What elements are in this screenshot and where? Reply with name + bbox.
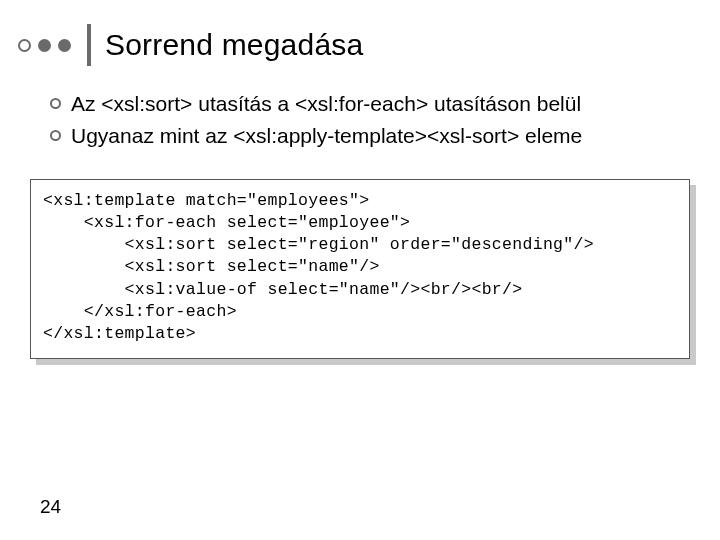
dot-icon xyxy=(58,39,71,52)
divider-icon xyxy=(87,24,91,66)
bullet-list: Az <xsl:sort> utasítás a <xsl:for-each> … xyxy=(50,90,692,151)
list-item: Ugyanaz mint az <xsl:apply-template><xsl… xyxy=(50,122,692,150)
slide-title: Sorrend megadása xyxy=(105,28,363,62)
code-block-container: <xsl:template match="employees"> <xsl:fo… xyxy=(30,179,690,359)
code-block: <xsl:template match="employees"> <xsl:fo… xyxy=(30,179,690,359)
dot-icon xyxy=(18,39,31,52)
bullet-icon xyxy=(50,130,61,141)
bullet-text: Ugyanaz mint az <xsl:apply-template><xsl… xyxy=(71,122,692,150)
decorative-dots xyxy=(18,39,71,52)
bullet-icon xyxy=(50,98,61,109)
list-item: Az <xsl:sort> utasítás a <xsl:for-each> … xyxy=(50,90,692,118)
page-number: 24 xyxy=(40,496,61,518)
bullet-text: Az <xsl:sort> utasítás a <xsl:for-each> … xyxy=(71,90,692,118)
dot-icon xyxy=(38,39,51,52)
slide-header: Sorrend megadása xyxy=(18,24,692,66)
